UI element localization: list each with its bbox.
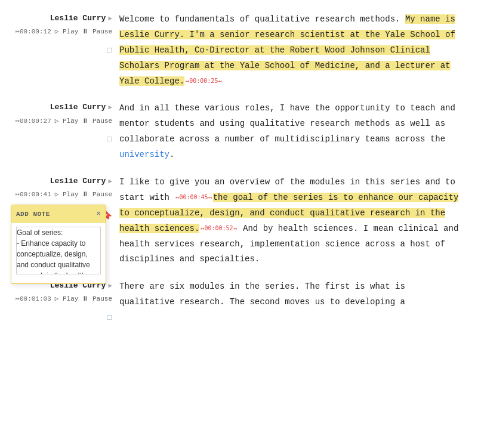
note-textarea[interactable]: Goal of series: - Enhance capacity to co… [16, 227, 101, 274]
speaker-arrow-icon: ▶ [108, 280, 112, 292]
pause-button[interactable]: ⏸ Pause [82, 26, 112, 38]
controls-row: ↦00:00:12 ▷ Play ⏸ Pause [16, 26, 112, 38]
speaker-name: Leslie Curry [50, 101, 106, 114]
segment-timestamp: ↦00:00:12 [16, 26, 51, 38]
play-button[interactable]: ▷ Play [55, 116, 79, 127]
transcript-text-span: There are six modules in the series. The… [119, 282, 405, 307]
note-icon[interactable]: ◻ [106, 131, 112, 147]
speaker-arrow-icon: ▶ [108, 102, 112, 113]
play-button[interactable]: ▷ Play [55, 293, 79, 305]
transcript-segment: Leslie Curry ▶ ↦00:00:12 ▷ Play ⏸ Pause … [0, 6, 481, 95]
segment-left-col: Leslie Curry ▶ ↦00:00:27 ▷ Play ⏸ Pause … [0, 101, 119, 163]
inline-timestamp: ↦00:00:45↤ [175, 192, 211, 203]
transcript-content: I like to give you an overview of the mo… [119, 175, 463, 267]
speaker-arrow-icon: ▶ [108, 176, 112, 187]
segment-timestamp: ↦00:00:41 [16, 189, 51, 200]
transcript-text-span: And in all these various roles, I have t… [119, 103, 455, 144]
inline-timestamp: ↦00:00:25↤ [186, 76, 221, 87]
segment-left-col: Leslie Curry ▶ ↦00:00:41 ▷ Play ⏸ Pause … [0, 175, 119, 267]
transcript-segment: Leslie Curry ▶ ↦00:00:27 ▷ Play ⏸ Pause … [0, 95, 481, 169]
play-button[interactable]: ▷ Play [55, 26, 79, 38]
speaker-row: Leslie Curry ▶ [50, 101, 112, 114]
segment-right-col: Welcome to fundamentals of qualitative r… [119, 12, 481, 89]
segment-right-col: And in all these various roles, I have t… [119, 101, 481, 163]
controls-row: ↦00:00:41 ▷ Play ⏸ Pause [16, 189, 112, 200]
note-body: Goal of series: - Enhance capacity to co… [11, 223, 106, 283]
segment-timestamp: ↦00:01:03 [16, 293, 51, 305]
transcript-text-span: Welcome to fundamentals of qualitative r… [119, 14, 405, 24]
transcript-content: And in all these various roles, I have t… [119, 101, 463, 163]
pause-button[interactable]: ⏸ Pause [82, 293, 112, 305]
pause-button[interactable]: ⏸ Pause [82, 116, 112, 127]
segment-left-col: Leslie Curry ▶ ↦00:01:03 ▷ Play ⏸ Pause … [0, 279, 119, 326]
segment-right-col: There are six modules in the series. The… [119, 279, 481, 326]
speaker-name: Leslie Curry [50, 12, 106, 25]
highlighted-text: My name is Leslie Curry. I'm a senior re… [119, 14, 455, 86]
transcript-content: There are six modules in the series. The… [119, 279, 463, 310]
segment-left-col: Leslie Curry ▶ ↦00:00:12 ▷ Play ⏸ Pause … [0, 12, 119, 89]
speaker-row: Leslie Curry ▶ [50, 175, 112, 188]
controls-row: ↦00:01:03 ▷ Play ⏸ Pause [16, 293, 112, 305]
pause-button[interactable]: ⏸ Pause [82, 189, 112, 200]
play-button[interactable]: ▷ Play [55, 189, 79, 200]
note-icon[interactable]: ◻ [106, 310, 112, 326]
segment-timestamp: ↦00:00:27 [16, 116, 51, 127]
transcript-text-span: . [169, 150, 174, 159]
segment-right-col: I like to give you an overview of the mo… [119, 175, 481, 267]
transcript-segment: Leslie Curry ▶ ↦00:00:41 ▷ Play ⏸ Pause … [0, 169, 481, 273]
speaker-arrow-icon: ▶ [108, 13, 112, 24]
controls-row: ↦00:00:27 ▷ Play ⏸ Pause [16, 116, 112, 127]
note-popup: ADD NOTE × Goal of series: - Enhance cap… [11, 205, 106, 284]
inline-timestamp: ↦00:00:52↤ [201, 223, 236, 234]
speaker-row: Leslie Curry ▶ [50, 12, 112, 25]
speaker-name: Leslie Curry [50, 175, 106, 188]
note-header: ADD NOTE × [11, 205, 106, 223]
note-close-button[interactable]: × [96, 208, 101, 221]
note-title: ADD NOTE [16, 209, 50, 220]
note-icon[interactable]: ◻ [106, 42, 112, 58]
transcript-link[interactable]: university [119, 150, 169, 159]
transcript-content: Welcome to fundamentals of qualitative r… [119, 12, 463, 89]
